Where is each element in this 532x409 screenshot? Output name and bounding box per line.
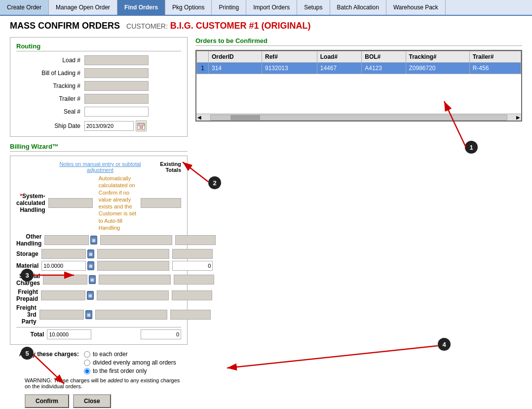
freight-3rd-existing[interactable] (170, 310, 211, 320)
svg-text:▦: ▦ (89, 264, 93, 268)
apply-radio-each[interactable] (84, 351, 90, 358)
col-load: Load# (317, 51, 361, 63)
seal-input[interactable] (84, 107, 149, 117)
table-row[interactable]: 1 314 9132013 14467 A4123 Z0986720 R-456 (197, 63, 521, 74)
billing-row-handling: *System-calculated Handling Automaticall… (16, 175, 181, 231)
col-trailer: Trailer# (469, 51, 521, 63)
handling-input[interactable] (48, 198, 93, 208)
storage-calc-icon[interactable]: ▦ (87, 249, 94, 258)
freight-prepaid-existing[interactable] (172, 290, 212, 300)
apply-radio-first[interactable] (84, 368, 90, 374)
page-title: Mass Confirm Orders Customer: B.I.G. Cus… (10, 21, 522, 31)
freight-3rd-note[interactable] (95, 310, 167, 320)
trailer-row: Trailer # (16, 94, 181, 104)
apply-options: to each order divided evenly among all o… (84, 351, 176, 374)
special-input[interactable] (43, 275, 87, 285)
apply-option-each-label: to each order (93, 351, 128, 358)
nav-item-import-orders[interactable]: Import Orders (246, 0, 297, 15)
load-label: Load # (16, 57, 80, 64)
material-note[interactable] (97, 261, 169, 271)
total-existing[interactable] (141, 329, 181, 339)
freight-prepaid-note[interactable] (97, 290, 169, 300)
col-ref: Ref# (262, 51, 317, 63)
special-note[interactable] (99, 275, 171, 285)
billing-total-row: Total (16, 327, 181, 339)
other-handling-calc-icon[interactable]: ▦ (90, 236, 97, 245)
freight-3rd-calc-icon[interactable]: ▦ (85, 310, 92, 319)
trailer-input[interactable] (84, 94, 149, 104)
nav-item-create-order[interactable]: Create Order (0, 0, 49, 15)
handling-existing[interactable] (141, 198, 181, 208)
calendar-icon[interactable]: 12 (136, 121, 147, 131)
apply-option-evenly-label: divided evenly among all orders (93, 359, 176, 366)
billing-title: Billing Wizard™ (10, 143, 188, 152)
special-existing[interactable] (174, 275, 214, 285)
scroll-left-arrow[interactable]: ◀ (196, 115, 202, 120)
freight-3rd-input[interactable] (39, 310, 84, 320)
close-button[interactable]: Close (73, 394, 111, 408)
other-handling-input[interactable] (44, 235, 89, 245)
nav-item-batch-allocation[interactable]: Batch Allocation (330, 0, 386, 15)
apply-radio-evenly[interactable] (84, 360, 90, 366)
svg-text:▦: ▦ (88, 293, 92, 298)
nav-item-find-orders[interactable]: Find Orders (117, 0, 165, 15)
scrollbar-thumb[interactable] (230, 115, 260, 120)
col-num (197, 51, 209, 63)
freight-prepaid-label: Freight Prepaid (16, 288, 38, 302)
storage-label: Storage (16, 250, 38, 257)
scroll-right-arrow[interactable]: ▶ (515, 115, 521, 120)
svg-text:12: 12 (139, 125, 143, 129)
row-tracking: Z0986720 (406, 63, 469, 74)
row-load: 14467 (317, 63, 361, 74)
material-existing[interactable] (172, 261, 213, 271)
apply-option-first-label: to the first order only (93, 368, 147, 374)
material-calc-icon[interactable]: ▦ (87, 261, 94, 270)
bol-input[interactable] (84, 68, 149, 78)
row-ref: 9132013 (262, 63, 317, 74)
handling-label: *System-calculated Handling (16, 193, 45, 213)
other-handling-note[interactable] (100, 235, 172, 245)
total-value[interactable] (47, 329, 91, 339)
apply-option-first[interactable]: to the first order only (84, 368, 176, 374)
storage-note[interactable] (97, 249, 169, 259)
nav-item-printing[interactable]: Printing (212, 0, 246, 15)
total-label: Total (16, 331, 44, 338)
freight-prepaid-calc-icon[interactable]: ▦ (87, 291, 94, 300)
bol-row: Bill of Lading # (16, 68, 181, 78)
bol-label: Bill of Lading # (16, 70, 80, 77)
billing-row-storage: Storage ▦ (16, 249, 181, 259)
svg-rect-2 (139, 123, 140, 124)
freight-prepaid-input[interactable] (41, 290, 85, 300)
trailer-label: Trailer # (16, 95, 80, 102)
confirm-button[interactable]: Confirm (25, 394, 69, 408)
nav-item-warehouse-pack[interactable]: Warehouse Pack (386, 0, 446, 15)
table-scrollbar[interactable]: ◀ ▶ (196, 114, 521, 121)
billing-row-material: Material ▦ (16, 261, 181, 271)
svg-text:▦: ▦ (92, 238, 96, 243)
storage-existing[interactable] (172, 249, 213, 259)
nav-item-pkg-options[interactable]: Pkg Options (165, 0, 212, 15)
apply-option-evenly[interactable]: divided evenly among all orders (84, 359, 176, 366)
handling-note: Automatically calculatated on Confirm if… (99, 175, 138, 231)
nav-item-setups[interactable]: Setups (297, 0, 330, 15)
apply-option-each[interactable]: to each order (84, 351, 176, 358)
button-row: Confirm Close (25, 394, 183, 408)
main-layout: Routing Load # Bill of Lading # Tracking… (10, 37, 522, 408)
other-handling-existing[interactable] (175, 235, 216, 245)
storage-input[interactable] (41, 249, 86, 259)
load-input[interactable] (84, 55, 149, 65)
existing-col-header: Existing Totals (153, 161, 181, 173)
special-calc-icon[interactable]: ▦ (89, 275, 96, 284)
freight-3rd-label: Freight 3rd Party (16, 304, 37, 325)
nav-item-manage-open-order[interactable]: Manage Open Order (49, 0, 117, 15)
tracking-label: Tracking # (16, 82, 80, 89)
svg-text:▦: ▦ (90, 278, 94, 282)
tracking-input[interactable] (84, 81, 149, 91)
scrollbar-track (210, 115, 507, 121)
row-bol: A4123 (362, 63, 406, 74)
left-panel: Routing Load # Bill of Lading # Tracking… (10, 37, 188, 408)
billing-section: Billing Wizard™ Notes on manual entry or… (10, 143, 188, 345)
orders-table: OrderID Ref# Load# BOL# Tracking# Traile… (196, 51, 521, 74)
material-input[interactable] (41, 261, 86, 271)
ship-date-input[interactable] (84, 121, 134, 131)
